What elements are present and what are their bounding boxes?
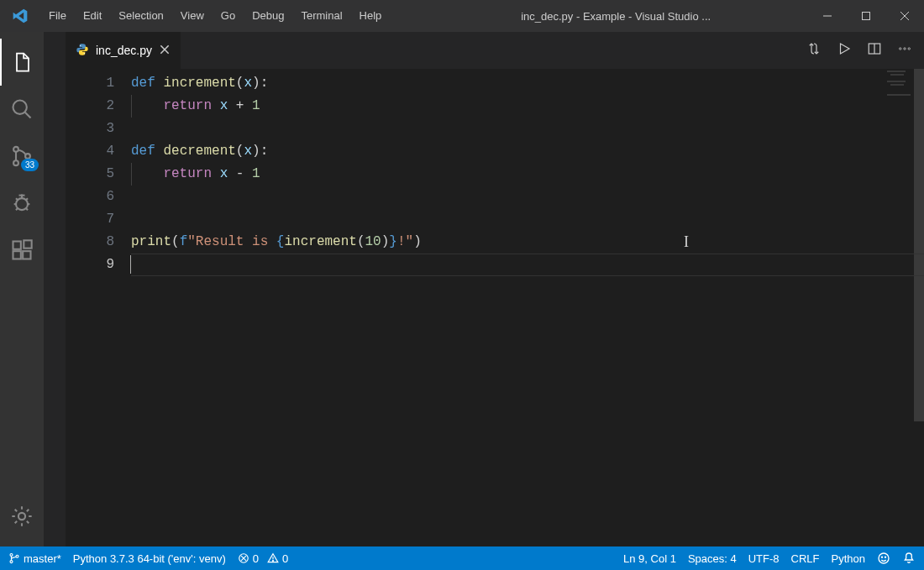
svg-point-41 <box>879 553 889 563</box>
compare-changes-icon[interactable] <box>806 41 822 60</box>
menu-file[interactable]: File <box>40 0 75 32</box>
source-control-icon[interactable]: 33 <box>0 133 44 180</box>
main-area: 33 inc_dec.py <box>0 32 924 546</box>
indentation[interactable]: Spaces: 4 <box>688 552 737 565</box>
tab-close-icon[interactable] <box>159 44 171 58</box>
text-caret <box>130 255 131 274</box>
minimize-button[interactable] <box>808 0 847 32</box>
split-editor-icon[interactable] <box>867 41 882 60</box>
encoding[interactable]: UTF-8 <box>748 552 780 565</box>
eol[interactable]: CRLF <box>791 552 820 565</box>
svg-marker-27 <box>841 44 850 54</box>
window-title: inc_dec.py - Example - Visual Studio ... <box>390 10 808 23</box>
problems[interactable]: 0 0 <box>238 552 288 565</box>
python-file-icon <box>76 43 89 59</box>
svg-line-15 <box>26 198 28 200</box>
svg-point-35 <box>16 555 18 557</box>
cursor-position[interactable]: Ln 9, Col 1 <box>623 552 676 565</box>
menu-bar: File Edit Selection View Go Debug Termin… <box>40 0 390 32</box>
svg-point-42 <box>881 557 882 557</box>
maximize-button[interactable] <box>847 0 885 32</box>
run-icon[interactable] <box>837 41 852 60</box>
svg-point-4 <box>13 101 27 114</box>
activity-bar: 33 <box>0 32 44 546</box>
extensions-icon[interactable] <box>0 227 44 274</box>
search-icon[interactable] <box>0 86 44 133</box>
svg-point-23 <box>80 44 81 45</box>
svg-rect-21 <box>24 240 31 248</box>
vscode-logo-icon <box>0 8 40 24</box>
svg-line-17 <box>26 208 28 210</box>
svg-rect-20 <box>23 251 30 259</box>
tab-bar: inc_dec.py <box>66 32 924 69</box>
svg-point-34 <box>10 561 13 563</box>
svg-point-33 <box>10 553 13 556</box>
svg-rect-19 <box>13 251 21 259</box>
menu-go[interactable]: Go <box>213 0 244 32</box>
svg-line-16 <box>16 208 18 210</box>
menu-terminal[interactable]: Terminal <box>292 0 350 32</box>
svg-rect-18 <box>13 242 21 249</box>
tab-label: inc_dec.py <box>96 44 152 57</box>
svg-line-5 <box>25 112 31 118</box>
close-button[interactable] <box>885 0 924 32</box>
svg-point-30 <box>900 48 901 50</box>
svg-point-40 <box>273 560 274 561</box>
svg-point-6 <box>13 147 18 152</box>
svg-line-14 <box>16 198 18 200</box>
git-branch[interactable]: master* <box>8 552 61 565</box>
more-actions-icon[interactable] <box>897 41 912 60</box>
debug-icon[interactable] <box>0 180 44 227</box>
menu-edit[interactable]: Edit <box>75 0 110 32</box>
menu-selection[interactable]: Selection <box>110 0 171 32</box>
titlebar: File Edit Selection View Go Debug Termin… <box>0 0 924 32</box>
notifications-icon[interactable] <box>902 552 916 565</box>
svg-rect-1 <box>863 13 870 20</box>
svg-point-22 <box>18 513 25 520</box>
menu-view[interactable]: View <box>172 0 213 32</box>
menu-help[interactable]: Help <box>351 0 391 32</box>
python-interpreter[interactable]: Python 3.7.3 64-bit ('env': venv) <box>73 552 226 565</box>
svg-point-31 <box>904 48 906 50</box>
editor-actions <box>795 32 924 69</box>
code-editor[interactable]: 1 2 3 4 5 6 7 8 9 def increment(x): retu… <box>66 69 924 546</box>
line-number-gutter: 1 2 3 4 5 6 7 8 9 <box>66 72 131 546</box>
svg-point-32 <box>908 48 910 50</box>
svg-point-43 <box>885 557 885 557</box>
language-mode[interactable]: Python <box>832 552 865 565</box>
sidebar[interactable] <box>44 32 66 546</box>
feedback-icon[interactable] <box>877 552 890 565</box>
settings-gear-icon[interactable] <box>0 493 44 540</box>
status-bar: master* Python 3.7.3 64-bit ('env': venv… <box>0 546 924 570</box>
code-content[interactable]: def increment(x): return x + 1 def decre… <box>131 72 924 546</box>
mouse-text-cursor-icon <box>684 233 685 250</box>
scm-badge: 33 <box>21 159 39 171</box>
svg-point-7 <box>13 160 18 165</box>
window-controls <box>808 0 924 32</box>
explorer-icon[interactable] <box>0 39 44 86</box>
svg-point-24 <box>84 53 85 54</box>
tab-inc_dec[interactable]: inc_dec.py <box>66 32 181 69</box>
menu-debug[interactable]: Debug <box>244 0 292 32</box>
editor-group: inc_dec.py <box>66 32 924 546</box>
